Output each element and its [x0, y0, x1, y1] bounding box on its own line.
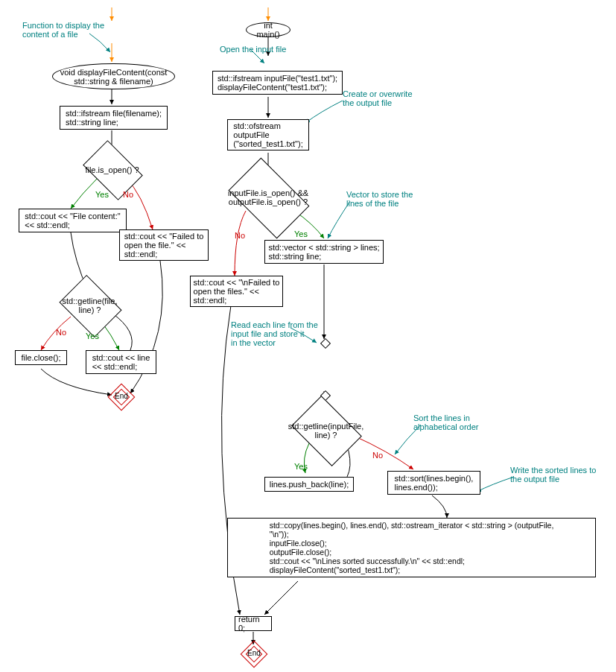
annotation-read-lines: Read each line from the input file and s… — [231, 320, 318, 347]
process-sort: std::sort(lines.begin(), lines.end()); — [387, 471, 480, 495]
decision-files-isopen: inputFile.is_open() && outputFile.is_ope… — [235, 175, 302, 220]
process-cout-failed: std::cout << "Failed to open the file." … — [119, 229, 209, 261]
label-no: No — [56, 328, 66, 337]
annotation-write-sorted: Write the sorted lines to the output fil… — [510, 466, 596, 484]
annotation-function-display: Function to display the content of a fil… — [22, 21, 104, 39]
process-copy-close: std::copy(lines.begin(), lines.end(), st… — [227, 518, 596, 577]
process-ofstream-output: std::ofstream outputFile ("sorted_test1.… — [227, 119, 309, 150]
annotation-sort-lines: Sort the lines in alphabetical order — [413, 413, 478, 431]
end-node-left: End — [112, 387, 130, 405]
process-cout-line: std::cout << line << std::endl; — [86, 350, 156, 374]
process-ifstream-input: std::ifstream inputFile("test1.txt"); di… — [212, 71, 343, 95]
decision-getline-input: std::getline(inputFile, line) ? — [298, 410, 354, 451]
process-ifstream-file: std::ifstream file(filename); std::strin… — [60, 106, 168, 130]
annotation-vector-store: Vector to store the lines of the file — [346, 190, 413, 208]
label-no: No — [235, 231, 245, 240]
decision-getline: std::getline(file, line) ? — [66, 287, 114, 324]
label-no: No — [372, 451, 383, 460]
annotation-create-output: Create or overwrite the output file — [343, 89, 413, 107]
terminal-intmain: int main() — [246, 22, 290, 37]
process-cout-failed-files: std::cout << "\nFailed to open the files… — [190, 276, 283, 307]
decision-file-isopen: file.is_open() ? — [88, 153, 136, 186]
label-yes: Yes — [294, 229, 308, 238]
process-fileclose: file.close(); — [15, 350, 67, 365]
label-yes: Yes — [294, 462, 308, 471]
terminal-displayfilecontent: void displayFileContent(const std::strin… — [52, 63, 175, 89]
end-node-right: End — [244, 644, 262, 662]
process-cout-filecontent: std::cout << "File content:" << std::end… — [19, 209, 127, 232]
process-pushback: lines.push_back(line); — [264, 477, 354, 492]
process-vector-lines: std::vector < std::string > lines; std::… — [264, 240, 384, 264]
label-no: No — [123, 190, 133, 199]
label-yes: Yes — [86, 332, 99, 340]
connector-diamond — [320, 338, 331, 349]
annotation-open-input: Open the input file — [220, 45, 286, 54]
process-return0: return 0; — [235, 616, 272, 631]
label-yes: Yes — [95, 190, 109, 199]
